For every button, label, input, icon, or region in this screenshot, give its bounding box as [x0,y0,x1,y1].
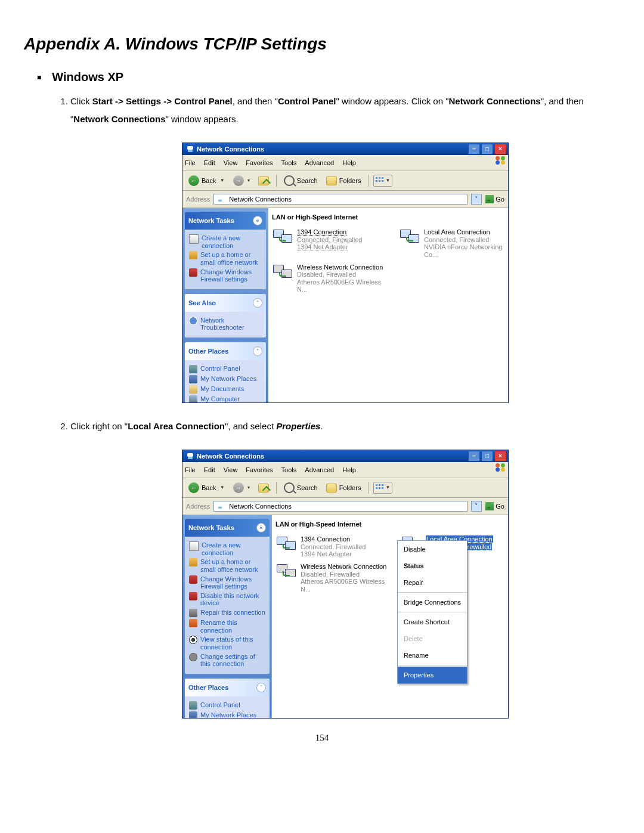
ctx-status[interactable]: Status [398,558,467,574]
connection-wireless[interactable]: Wireless Network Connection Disabled, Fi… [273,264,392,294]
connection-lan[interactable]: Local Area Connection Connected, Firewal… [400,228,503,259]
task-disable-device[interactable]: Disable this network device [189,592,265,607]
task-change-settings[interactable]: Change settings of this connection [189,653,265,668]
task-firewall[interactable]: Change Windows Firewall settings [189,575,265,590]
connection-icon [277,535,297,553]
task-create-connection[interactable]: Create a new connection [189,234,262,249]
link-control-panel[interactable]: Control Panel [189,701,265,710]
window-minimize-button[interactable]: – [468,451,480,462]
menu-advanced[interactable]: Advanced [305,156,334,169]
forward-button[interactable]: → ▾ [231,482,252,494]
step-1: Click Start -> Settings -> Control Panel… [70,92,620,403]
connection-icon [400,228,420,246]
panel-other-places[interactable]: Other Placesˆ [185,342,266,360]
windows-logo-icon [494,155,507,166]
ctx-shortcut[interactable]: Create Shortcut [398,614,467,630]
menu-view[interactable]: View [224,156,238,169]
menu-tools[interactable]: Tools [281,156,297,169]
ctx-disable[interactable]: Disable [398,541,467,558]
menu-advanced[interactable]: Advanced [305,463,334,476]
views-button[interactable]: ▼ [373,482,392,494]
menu-view[interactable]: View [224,463,238,476]
main-area: LAN or High-Speed Internet 1394 Connecti… [272,515,508,718]
forward-button[interactable]: → ▾ [231,175,252,187]
side-panel: Network Tasks« Create a new connection S… [182,208,268,402]
collapse-icon[interactable]: ˆ [256,683,266,692]
window-title: Network Connections [197,143,264,156]
views-button[interactable]: ▼ [373,175,392,187]
ctx-bridge[interactable]: Bridge Connections [398,594,467,611]
link-control-panel[interactable]: Control Panel [189,365,262,373]
window-minimize-button[interactable]: – [468,144,480,154]
collapse-icon[interactable]: « [253,216,262,225]
app-icon [186,452,194,460]
menu-help[interactable]: Help [342,156,356,169]
address-dropdown[interactable]: ˅ [471,501,482,512]
window-maximize-button[interactable]: □ [481,451,493,462]
folders-button[interactable]: Folders [324,481,364,495]
link-network-places[interactable]: My Network Places [189,711,265,718]
ctx-delete: Delete [398,630,467,647]
panel-network-tasks[interactable]: Network Tasks« [185,519,270,537]
task-create-connection[interactable]: Create a new connection [189,541,265,556]
menu-help[interactable]: Help [342,463,356,476]
up-button[interactable] [256,176,271,186]
collapse-icon[interactable]: ˆ [253,298,262,308]
search-button[interactable]: Search [281,481,320,495]
search-icon [284,175,295,186]
app-icon [186,145,194,153]
task-firewall[interactable]: Change Windows Firewall settings [189,268,262,283]
views-icon [376,484,384,491]
window-network-connections-2: Network Connections – □ × File Edit View… [182,450,509,719]
collapse-icon[interactable]: ˆ [253,346,262,356]
menu-favorites[interactable]: Favorites [246,156,273,169]
back-button[interactable]: ←Back ▼ [186,481,227,495]
window-close-button[interactable]: × [494,451,506,462]
connection-wireless[interactable]: Wireless Network Connection Disabled, Fi… [277,563,396,593]
link-troubleshooter[interactable]: Network Troubleshooter [189,317,262,332]
window-title: Network Connections [197,450,264,463]
panel-other-places[interactable]: Other Placesˆ [185,679,270,696]
address-dropdown[interactable]: ˅ [471,194,482,205]
go-button[interactable]: →Go [485,500,504,513]
link-my-documents[interactable]: My Documents [189,385,262,394]
ctx-repair[interactable]: Repair [398,574,467,591]
menu-edit[interactable]: Edit [204,156,215,169]
connection-icon [273,228,293,246]
link-network-places[interactable]: My Network Places [189,375,262,383]
panel-network-tasks[interactable]: Network Tasks« [185,212,266,230]
link-my-computer[interactable]: My Computer [189,395,262,402]
task-repair[interactable]: Repair this connection [189,609,265,617]
back-button[interactable]: ←Back ▼ [186,174,227,188]
menu-tools[interactable]: Tools [281,463,297,476]
panel-see-also[interactable]: See Alsoˆ [185,294,266,312]
ctx-rename[interactable]: Rename [398,647,467,664]
menu-file[interactable]: File [185,156,196,169]
search-button[interactable]: Search [281,174,320,188]
task-rename[interactable]: Rename this connection [189,619,265,634]
address-field[interactable]: Network Connections [213,194,467,205]
menu-file[interactable]: File [185,463,196,476]
window-close-button[interactable]: × [494,144,506,154]
task-setup-network[interactable]: Set up a home or small office network [189,558,265,573]
menu-favorites[interactable]: Favorites [246,463,273,476]
connection-icon [277,563,297,581]
window-maximize-button[interactable]: □ [481,144,493,154]
connection-1394[interactable]: 1394 Connection Connected, Firewalled 13… [277,535,378,558]
task-setup-network[interactable]: Set up a home or small office network [189,251,262,266]
collapse-icon[interactable]: « [256,523,266,532]
connection-icon [273,264,293,281]
step-2: Click right on "Local Area Connection", … [70,417,620,719]
titlebar[interactable]: Network Connections – □ × [182,450,508,462]
up-button[interactable] [256,483,271,493]
views-icon [376,177,384,184]
task-view-status[interactable]: View status of this connection [189,636,265,651]
ctx-properties[interactable]: Properties [398,667,467,683]
menu-edit[interactable]: Edit [204,463,215,476]
folders-button[interactable]: Folders [324,174,364,188]
connection-1394[interactable]: 1394 Connection Connected, Firewalled 13… [273,228,376,259]
titlebar[interactable]: Network Connections – □ × [182,143,508,155]
address-label: Address [186,193,210,206]
address-field[interactable]: Network Connections [213,501,467,512]
go-button[interactable]: →Go [485,193,504,206]
